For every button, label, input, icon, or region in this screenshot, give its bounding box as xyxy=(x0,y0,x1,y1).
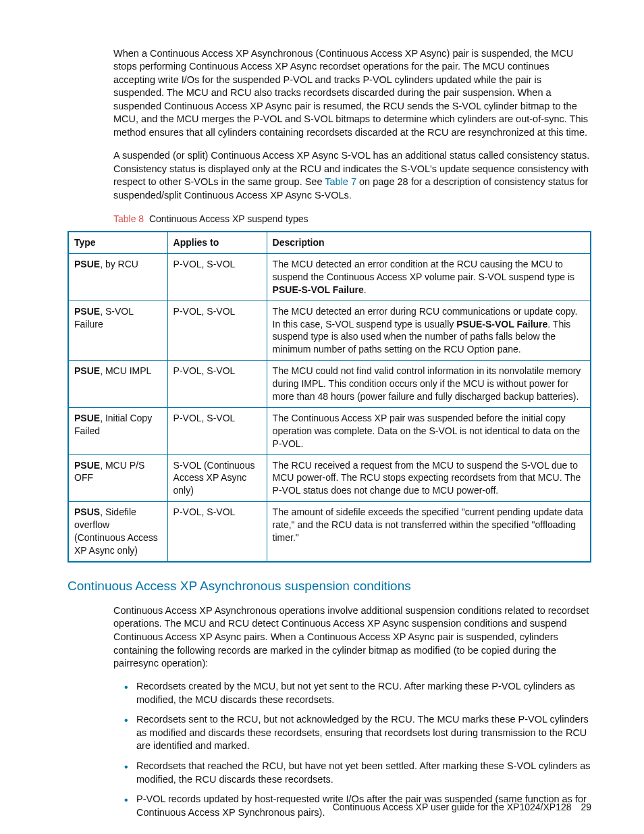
type-bold: PSUE xyxy=(74,306,100,317)
table-row: PSUE, S-VOL Failure P-VOL, S-VOL The MCU… xyxy=(68,301,591,361)
type-bold: PSUE xyxy=(74,259,100,269)
cell-type: PSUE, MCU IMPL xyxy=(68,361,167,408)
page-number: 29 xyxy=(581,802,591,812)
paragraph-3: Continuous Access XP Asynchronous operat… xyxy=(113,604,591,671)
footer-title: Continuous Access XP user guide for the … xyxy=(333,802,572,812)
desc-pre: The RCU received a request from the MCU … xyxy=(273,460,581,496)
desc-pre: The Continuous Access XP pair was suspen… xyxy=(273,413,581,449)
cell-applies: P-VOL, S-VOL xyxy=(167,502,267,562)
type-rest: , MCU IMPL xyxy=(100,365,151,376)
col-applies: Applies to xyxy=(167,232,267,253)
type-bold: PSUE xyxy=(74,460,100,471)
page-container: When a Continuous Access XP Asynchronous… xyxy=(0,0,644,834)
desc-bold: PSUE-S-VOL Failure xyxy=(456,319,547,330)
paragraph-2: A suspended (or split) Continuous Access… xyxy=(113,149,591,202)
table-header-row: Type Applies to Description xyxy=(68,232,591,253)
cell-desc: The amount of sidefile exceeds the speci… xyxy=(267,502,591,562)
table-row: PSUE, Initial Copy Failed P-VOL, S-VOL T… xyxy=(68,407,591,454)
list-item: Recordsets sent to the RCU, but not ackn… xyxy=(127,713,591,753)
cell-desc: The MCU could not find valid control inf… xyxy=(267,361,591,408)
suspend-types-table: Type Applies to Description PSUE, by RCU… xyxy=(68,231,591,563)
page-footer: Continuous Access XP user guide for the … xyxy=(333,801,591,814)
paragraph-1: When a Continuous Access XP Asynchronous… xyxy=(113,47,591,140)
cell-applies: S-VOL (Continuous Access XP Async only) xyxy=(167,454,267,502)
cell-type: PSUS, Sidefile overflow (Continuous Acce… xyxy=(68,502,167,562)
bullet-list: Recordsets created by the MCU, but not y… xyxy=(113,680,591,819)
cell-applies: P-VOL, S-VOL xyxy=(167,253,267,301)
cell-applies: P-VOL, S-VOL xyxy=(167,407,267,454)
cell-desc: The MCU detected an error during RCU com… xyxy=(267,301,591,361)
table-7-link[interactable]: Table 7 xyxy=(325,176,356,187)
table-8-title: Continuous Access XP suspend types xyxy=(149,213,308,224)
table-row: PSUE, MCU P/S OFF S-VOL (Continuous Acce… xyxy=(68,454,591,502)
cell-type: PSUE, by RCU xyxy=(68,253,167,301)
cell-desc: The RCU received a request from the MCU … xyxy=(267,454,591,502)
type-bold: PSUE xyxy=(74,365,100,376)
cell-applies: P-VOL, S-VOL xyxy=(167,301,267,361)
cell-desc: The MCU detected an error condition at t… xyxy=(267,253,591,301)
cell-desc: The Continuous Access XP pair was suspen… xyxy=(267,407,591,454)
cell-type: PSUE, S-VOL Failure xyxy=(68,301,167,361)
table-8-label: Table 8 xyxy=(113,213,144,224)
table-row: PSUE, MCU IMPL P-VOL, S-VOL The MCU coul… xyxy=(68,361,591,408)
col-type: Type xyxy=(68,232,167,253)
desc-bold: PSUE-S-VOL Failure xyxy=(273,284,364,295)
cell-type: PSUE, Initial Copy Failed xyxy=(68,407,167,454)
type-bold: PSUE xyxy=(74,413,100,423)
desc-pre: The MCU could not find valid control inf… xyxy=(273,365,581,402)
table-row: PSUS, Sidefile overflow (Continuous Acce… xyxy=(68,502,591,562)
desc-post: . xyxy=(364,284,367,295)
cell-type: PSUE, MCU P/S OFF xyxy=(68,454,167,502)
col-description: Description xyxy=(267,232,591,253)
type-bold: PSUS xyxy=(74,506,100,517)
cell-applies: P-VOL, S-VOL xyxy=(167,361,267,408)
desc-pre: The MCU detected an error condition at t… xyxy=(273,259,574,282)
type-rest: , by RCU xyxy=(100,259,138,269)
desc-pre: The amount of sidefile exceeds the speci… xyxy=(273,506,583,543)
list-item: Recordsets that reached the RCU, but hav… xyxy=(127,760,591,786)
section-heading-suspension-conditions: Continuous Access XP Asynchronous suspen… xyxy=(68,577,591,595)
table-8-caption: Table 8 Continuous Access XP suspend typ… xyxy=(113,213,591,226)
table-row: PSUE, by RCU P-VOL, S-VOL The MCU detect… xyxy=(68,253,591,301)
list-item: Recordsets created by the MCU, but not y… xyxy=(127,680,591,706)
